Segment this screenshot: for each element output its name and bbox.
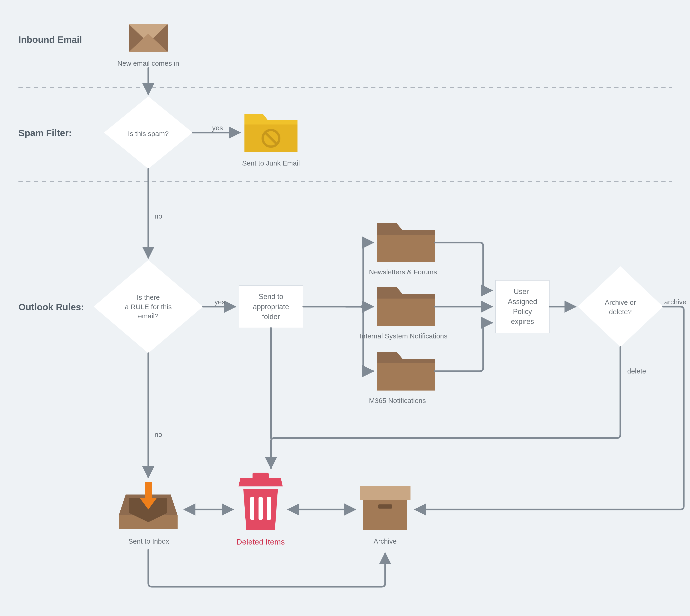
caption-archive-delete: Archive or delete? — [590, 298, 650, 316]
edge-newsletters-to-policy — [435, 243, 492, 290]
folder-junk-icon — [244, 114, 298, 152]
edge-inbox-to-archive-loop — [148, 550, 385, 587]
ad-2: delete? — [609, 308, 632, 315]
label-delete: delete — [627, 367, 646, 375]
svg-rect-9 — [253, 472, 269, 479]
svg-rect-14 — [363, 500, 407, 530]
rule-q-1: Is there — [137, 293, 160, 301]
rule-q-2: a RULE for this — [125, 303, 172, 310]
caption-junk: Sent to Junk Email — [235, 159, 307, 168]
svg-rect-15 — [378, 504, 392, 509]
caption-newsletters: Newsletters & Forums — [369, 267, 445, 277]
svg-rect-6 — [377, 363, 435, 391]
archive-box-icon — [360, 486, 410, 530]
inbox-icon — [119, 482, 177, 529]
caption-internal: Internal System Notifications — [360, 331, 461, 341]
label-archive: archive — [664, 298, 687, 306]
caption-deleted: Deleted Items — [228, 537, 293, 547]
caption-archive: Archive — [360, 537, 410, 546]
label-yes-2: yes — [214, 298, 225, 306]
caption-is-spam: Is this spam? — [120, 129, 177, 138]
caption-new-email: New email comes in — [111, 59, 186, 68]
label-yes-1: yes — [212, 124, 223, 132]
ad-1: Archive or — [605, 299, 636, 306]
caption-rule-q: Is there a RULE for this email? — [113, 293, 184, 321]
svg-rect-5 — [377, 299, 435, 326]
folder-internal-icon — [377, 287, 435, 326]
folder-m365-icon — [377, 352, 435, 391]
caption-inbox: Sent to Inbox — [120, 537, 177, 546]
diagram-canvas: Inbound Email Spam Filter: Outlook Rules… — [0, 0, 690, 616]
svg-rect-10 — [250, 497, 254, 520]
caption-m365: M365 Notifications — [369, 396, 445, 405]
svg-rect-4 — [377, 235, 435, 262]
edge-m365-to-policy — [435, 323, 492, 371]
svg-rect-8 — [145, 482, 152, 500]
envelope-icon — [129, 24, 168, 52]
label-no-2: no — [154, 431, 162, 438]
svg-rect-12 — [267, 497, 271, 520]
rule-q-3: email? — [138, 312, 158, 320]
svg-rect-13 — [360, 486, 410, 500]
edge-decision-delete — [271, 347, 620, 468]
label-no-1: no — [154, 212, 162, 220]
trash-icon — [238, 472, 283, 530]
folder-newsletters-icon — [377, 223, 435, 262]
svg-rect-11 — [259, 497, 263, 520]
